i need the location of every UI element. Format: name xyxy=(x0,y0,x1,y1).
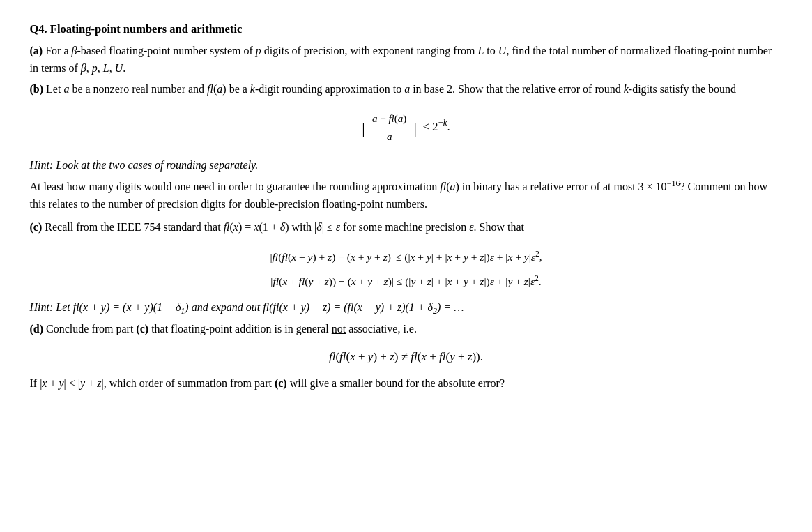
equations-c: |fl(fl(x + y) + z) − (x + y + z)| ≤ (|x … xyxy=(30,246,783,292)
hint-c: Hint: Let fl(x + y) = (x + y)(1 + δ1) an… xyxy=(30,299,783,318)
part-c-label: (c) xyxy=(30,221,43,233)
part-a-label: (a) xyxy=(30,45,43,56)
hint-c-text: Hint: Let fl(x + y) = (x + y)(1 + δ1) an… xyxy=(30,301,464,313)
formula-b: | a − fl(a) a | ≤ 2−k. xyxy=(30,111,783,144)
main-content: Q4. Floating-point numbers and arithmeti… xyxy=(30,21,783,393)
final-question: If |x + y| < |y + z|, which order of sum… xyxy=(30,375,783,393)
not-word: not xyxy=(332,323,346,335)
eq-c-line2: |fl(x + fl(y + z)) − (x + y + z)| ≤ (|y … xyxy=(30,271,783,292)
part-c-intro: (c) Recall from the IEEE 754 standard th… xyxy=(30,219,783,236)
eq-c-line1: |fl(fl(x + y) + z) − (x + y + z)| ≤ (|x … xyxy=(30,246,783,268)
part-b-intro: (b) Let a be a nonzero real number and f… xyxy=(30,81,783,98)
part-a-text: (a) For a β-based floating-point number … xyxy=(30,43,783,77)
part-d-label: (d) xyxy=(30,323,44,335)
fraction-b: a − fl(a) a xyxy=(369,111,409,144)
part-b-followup: At least how many digits would one need … xyxy=(30,177,783,213)
numerator-b: a − fl(a) xyxy=(369,111,409,128)
part-d-intro: (d) Conclude from part (c) that floating… xyxy=(30,321,783,338)
part-b-label: (b) xyxy=(30,83,44,95)
formula-d: fl(fl(x + y) + z) ≠ fl(x + fl(y + z)). xyxy=(30,348,783,366)
denominator-b: a xyxy=(384,128,395,145)
hint-b: Hint: Look at the two cases of rounding … xyxy=(30,157,783,174)
question-title: Q4. Floating-point numbers and arithmeti… xyxy=(30,21,783,38)
